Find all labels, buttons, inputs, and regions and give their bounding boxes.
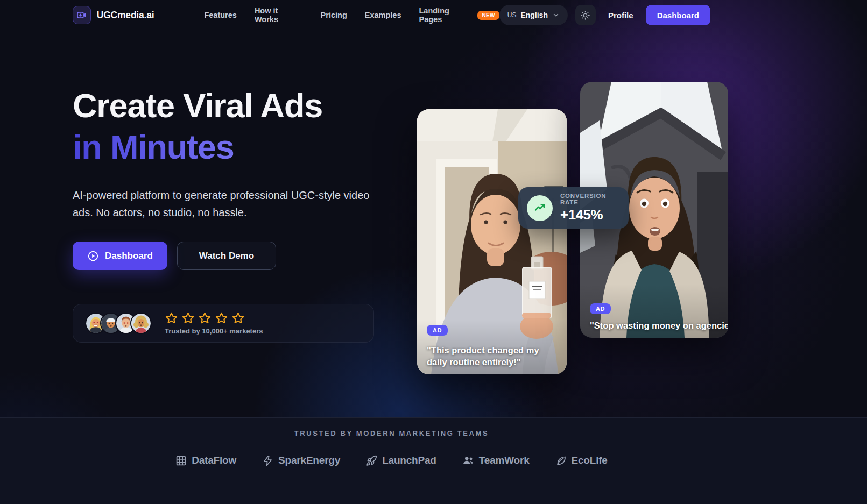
rocket-icon — [366, 455, 377, 466]
language-label: English — [520, 11, 548, 19]
watch-demo-button[interactable]: Watch Demo — [177, 242, 276, 270]
grid-icon — [175, 455, 187, 466]
top-navigation: UGCmedia.ai Features How it Works Pricin… — [73, 4, 710, 26]
nav-link-how-it-works[interactable]: How it Works — [255, 6, 303, 24]
lightning-icon — [262, 455, 273, 466]
company-launchpad: LaunchPad — [366, 455, 436, 466]
nav-link-features[interactable]: Features — [204, 11, 236, 19]
star-icon — [165, 311, 178, 325]
hero-title-line1: Create Viral Ads — [73, 85, 322, 126]
social-proof-card: Trusted by 10,000+ marketers — [73, 304, 374, 343]
star-icon — [215, 311, 228, 325]
new-badge: NEW — [477, 11, 499, 20]
team-icon — [462, 455, 474, 466]
star-icon — [181, 311, 195, 325]
stat-text-block: CONVERSION RATE +145% — [560, 193, 620, 223]
nav-link-landing-pages[interactable]: Landing Pages NEW — [419, 6, 499, 24]
leaf-icon — [555, 455, 567, 466]
star-icon — [198, 311, 212, 325]
hero-dashboard-button[interactable]: Dashboard — [73, 242, 167, 270]
nav-dashboard-button[interactable]: Dashboard — [646, 5, 710, 25]
company-ecolife: EcoLife — [555, 455, 608, 466]
trending-up-icon — [527, 195, 553, 221]
nav-link-pricing[interactable]: Pricing — [321, 11, 347, 19]
ugc-video-card-1[interactable]: AD "This product changed my daily routin… — [417, 109, 567, 374]
conversion-rate-card: CONVERSION RATE +145% — [518, 187, 629, 229]
social-proof-label: Trusted by 10,000+ marketers — [165, 327, 263, 335]
video-camera-icon — [76, 10, 87, 20]
hero-title-line2: in Minutes — [73, 126, 322, 168]
nav-right-controls: US English Profile Dashboard — [499, 5, 710, 25]
play-circle-icon — [87, 250, 99, 262]
hero-subtitle: AI-powered platform to generate professi… — [73, 187, 373, 221]
brand-name: UGCmedia.ai — [97, 10, 154, 21]
star-rating — [165, 311, 263, 325]
language-selector[interactable]: US English — [499, 5, 568, 25]
theme-toggle-button[interactable] — [575, 5, 596, 25]
avatar — [130, 313, 152, 334]
brand-logo[interactable] — [73, 6, 91, 24]
company-sparkenergy: SparkEnergy — [262, 455, 340, 466]
profile-link[interactable]: Profile — [608, 11, 633, 20]
star-icon — [231, 311, 245, 325]
chevron-down-icon — [552, 11, 560, 19]
company-dataflow: DataFlow — [175, 455, 236, 466]
sun-icon — [580, 10, 590, 20]
stat-label: CONVERSION RATE — [560, 193, 620, 205]
avatar-stack — [85, 313, 152, 334]
nav-links: Features How it Works Pricing Examples L… — [204, 6, 499, 24]
video-caption: "Stop wasting money on agencies." — [590, 320, 724, 331]
trusted-by-section: TRUSTED BY MODERN MARKETING TEAMS DataFl… — [0, 417, 867, 504]
ad-badge: AD — [427, 325, 448, 336]
language-code: US — [507, 11, 517, 19]
company-teamwork: TeamWork — [462, 455, 530, 466]
company-logo-row: DataFlow SparkEnergy LaunchPad TeamWork — [73, 455, 710, 466]
trusted-by-heading: TRUSTED BY MODERN MARKETING TEAMS — [73, 429, 710, 437]
ad-badge: AD — [590, 303, 611, 314]
stat-value: +145% — [560, 207, 620, 223]
nav-link-examples[interactable]: Examples — [365, 11, 401, 19]
video-caption: "This product changed my daily routine e… — [427, 344, 542, 368]
hero-cta-group: Dashboard Watch Demo — [73, 242, 276, 270]
social-proof-text-block: Trusted by 10,000+ marketers — [165, 311, 263, 335]
hero-title: Create Viral Ads in Minutes — [73, 85, 322, 168]
